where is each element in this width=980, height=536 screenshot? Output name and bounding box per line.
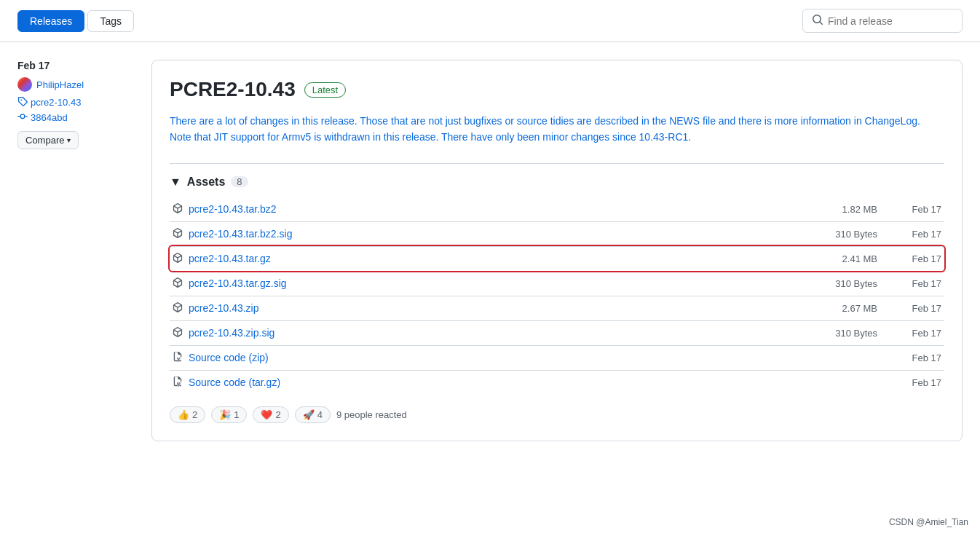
asset-date-6: Feb 17 — [883, 328, 941, 339]
compare-label: Compare — [25, 135, 64, 146]
release-date: Feb 17 — [17, 60, 134, 71]
table-row: pcre2-10.43.tar.gz.sig 310 Bytes Feb 17 — [170, 271, 944, 296]
tag-label: pcre2-10.43 — [31, 97, 81, 108]
description-text: There are a lot of changes in this relea… — [170, 115, 920, 143]
chevron-down-icon: ▾ — [67, 136, 71, 144]
release-title-row: PCRE2-10.43 Latest — [170, 78, 944, 101]
latest-badge: Latest — [304, 82, 346, 98]
triangle-icon: ▼ — [170, 176, 181, 189]
find-release-search[interactable] — [802, 9, 963, 33]
releases-tab[interactable]: Releases — [17, 10, 84, 32]
asset-size-3: 2.41 MB — [805, 253, 877, 264]
package-icon — [173, 277, 183, 290]
asset-name-1[interactable]: pcre2-10.43.tar.bz2 — [189, 203, 799, 215]
asset-name-4[interactable]: pcre2-10.43.tar.gz.sig — [189, 277, 799, 289]
file-targz-icon — [173, 377, 183, 389]
reaction-rocket[interactable]: 🚀 4 — [295, 406, 331, 423]
divider — [170, 163, 944, 164]
asset-size-2: 310 Bytes — [805, 229, 877, 240]
package-icon — [173, 203, 183, 216]
reaction-count-4: 4 — [317, 409, 323, 420]
asset-date-4: Feb 17 — [883, 278, 941, 289]
search-input[interactable] — [828, 15, 953, 27]
reaction-count-3: 2 — [275, 409, 280, 420]
commit-hash: 3864abd — [31, 112, 68, 123]
reaction-heart[interactable]: ❤️ 2 — [253, 406, 288, 423]
asset-size-1: 1.82 MB — [805, 204, 877, 215]
sidebar: Feb 17 PhilipHazel pcre2-10.43 3864abd C… — [17, 60, 134, 441]
assets-count: 8 — [231, 176, 248, 187]
asset-date-5: Feb 17 — [883, 303, 941, 314]
table-row: pcre2-10.43.tar.bz2 1.82 MB Feb 17 — [170, 197, 944, 221]
compare-button[interactable]: Compare ▾ — [17, 131, 79, 149]
tag-icon — [17, 96, 28, 109]
asset-name-7[interactable]: Source code (zip) — [189, 352, 799, 363]
reaction-thumbsup[interactable]: 👍 2 — [170, 406, 205, 423]
tab-group: Releases Tags — [17, 10, 134, 32]
content-area: Feb 17 PhilipHazel pcre2-10.43 3864abd C… — [0, 42, 980, 459]
package-icon — [173, 228, 183, 240]
file-zip-icon — [173, 352, 183, 364]
reaction-count-2: 1 — [234, 409, 239, 420]
asset-date-7: Feb 17 — [883, 352, 941, 363]
assets-label: Assets — [187, 176, 225, 189]
table-row: pcre2-10.43.zip.sig 310 Bytes Feb 17 — [170, 320, 944, 345]
asset-name-6[interactable]: pcre2-10.43.zip.sig — [189, 327, 799, 339]
reaction-emoji-4: 🚀 — [303, 409, 315, 420]
asset-name-5[interactable]: pcre2-10.43.zip — [189, 302, 799, 314]
tags-tab[interactable]: Tags — [87, 10, 134, 32]
asset-name-8[interactable]: Source code (tar.gz) — [189, 377, 799, 388]
asset-date-8: Feb 17 — [883, 377, 941, 388]
top-bar: Releases Tags — [0, 0, 980, 42]
table-row-highlighted: pcre2-10.43.tar.gz 2.41 MB Feb 17 — [170, 246, 944, 271]
reaction-emoji-1: 👍 — [178, 409, 189, 420]
asset-date-1: Feb 17 — [883, 204, 941, 215]
people-reacted-label: 9 people reacted — [336, 409, 407, 420]
package-icon — [173, 327, 183, 339]
table-row: Source code (zip) Feb 17 — [170, 345, 944, 370]
assets-header: ▼ Assets 8 — [170, 176, 944, 189]
asset-date-3: Feb 17 — [883, 253, 941, 264]
reaction-emoji-2: 🎉 — [219, 409, 231, 420]
reaction-count-1: 2 — [192, 409, 197, 420]
table-row: pcre2-10.43.tar.bz2.sig 310 Bytes Feb 17 — [170, 221, 944, 246]
tag-link[interactable]: pcre2-10.43 — [17, 96, 134, 109]
release-description: There are a lot of changes in this relea… — [170, 113, 944, 146]
package-icon — [173, 302, 183, 315]
commit-icon — [17, 111, 28, 124]
reaction-emoji-3: ❤️ — [261, 409, 272, 420]
reactions-row: 👍 2 🎉 1 ❤️ 2 🚀 4 9 people reacted — [170, 406, 944, 423]
search-icon — [812, 14, 823, 28]
reaction-tada[interactable]: 🎉 1 — [211, 406, 247, 423]
avatar — [17, 77, 32, 92]
asset-size-4: 310 Bytes — [805, 278, 877, 289]
commit-link[interactable]: 3864abd — [17, 111, 134, 124]
asset-size-5: 2.67 MB — [805, 303, 877, 314]
table-row: pcre2-10.43.zip 2.67 MB Feb 17 — [170, 296, 944, 320]
release-card: PCRE2-10.43 Latest There are a lot of ch… — [151, 60, 963, 441]
asset-date-2: Feb 17 — [883, 229, 941, 240]
asset-name-2[interactable]: pcre2-10.43.tar.bz2.sig — [189, 228, 799, 240]
asset-name-3[interactable]: pcre2-10.43.tar.gz — [189, 253, 799, 264]
release-title: PCRE2-10.43 — [170, 78, 296, 101]
package-icon — [173, 253, 183, 265]
author-link[interactable]: PhilipHazel — [17, 77, 134, 92]
assets-list: pcre2-10.43.tar.bz2 1.82 MB Feb 17 pcre2… — [170, 197, 944, 395]
asset-size-6: 310 Bytes — [805, 328, 877, 339]
table-row: Source code (tar.gz) Feb 17 — [170, 370, 944, 395]
author-name: PhilipHazel — [36, 79, 84, 90]
